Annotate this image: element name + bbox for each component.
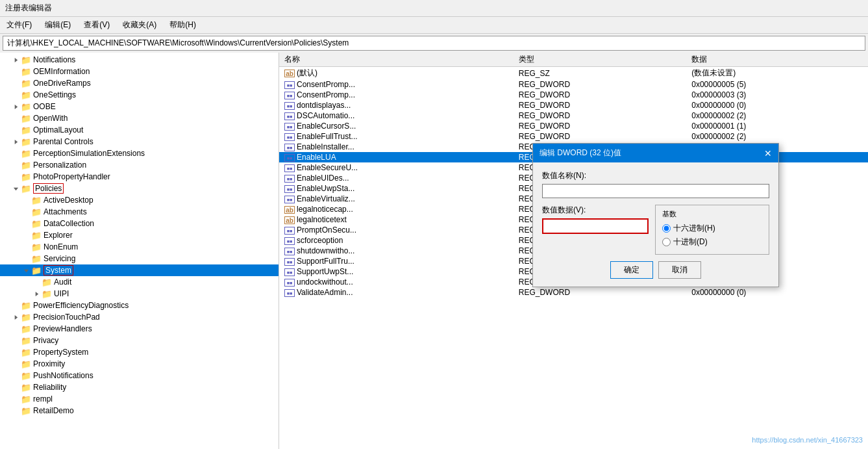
radio-dec-input[interactable] (662, 238, 671, 246)
name-input[interactable] (542, 184, 769, 198)
dialog-title-text: 编辑 DWORD (32 位)值 (539, 148, 621, 159)
dialog-body: 数值名称(N): 数值数据(V): 基数 十六进制(H) 十进制(D) (533, 162, 778, 287)
dialog-overlay: 编辑 DWORD (32 位)值 ✕ 数值名称(N): 数值数据(V): 基数 … (0, 0, 868, 449)
edit-dword-dialog: 编辑 DWORD (32 位)值 ✕ 数值名称(N): 数值数据(V): 基数 … (532, 143, 779, 287)
base-group: 基数 十六进制(H) 十进制(D) (655, 205, 769, 255)
ok-button[interactable]: 确定 (610, 261, 653, 279)
value-input[interactable] (542, 218, 649, 234)
cancel-button[interactable]: 取消 (658, 261, 701, 279)
value-section: 数值数据(V): (542, 205, 649, 255)
radio-dec[interactable]: 十进制(D) (662, 237, 762, 248)
value-label: 数值数据(V): (542, 205, 649, 216)
radio-hex[interactable]: 十六进制(H) (662, 223, 762, 234)
dialog-close-button[interactable]: ✕ (764, 148, 772, 159)
radio-dec-label: 十进制(D) (673, 237, 708, 248)
dialog-title-bar: 编辑 DWORD (32 位)值 ✕ (533, 144, 778, 162)
radio-hex-label: 十六进制(H) (673, 223, 715, 234)
name-label: 数值名称(N): (542, 170, 769, 181)
dialog-buttons: 确定 取消 (542, 261, 769, 279)
value-row: 数值数据(V): 基数 十六进制(H) 十进制(D) (542, 205, 769, 255)
radio-hex-input[interactable] (662, 224, 671, 233)
base-title: 基数 (662, 209, 762, 219)
